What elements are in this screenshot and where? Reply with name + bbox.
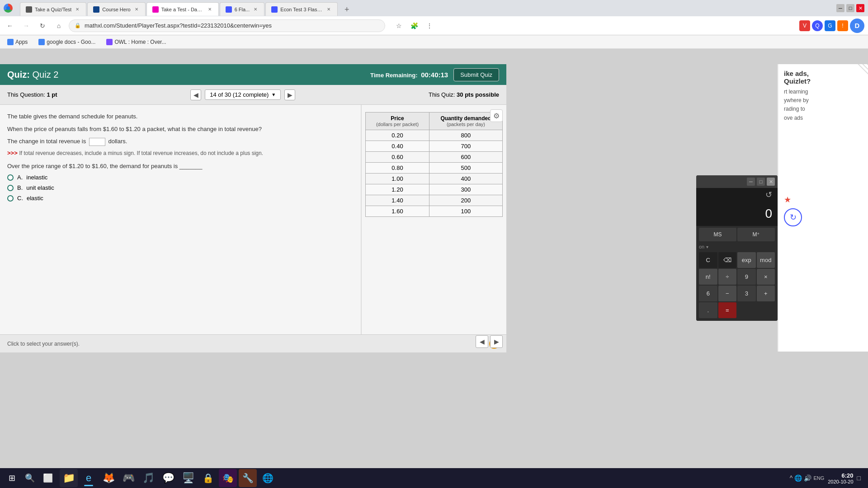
calc-display: 0	[696, 202, 778, 226]
taskbar-game[interactable]: 🎮	[119, 469, 137, 487]
taskbar-edge[interactable]: e	[80, 469, 98, 487]
user-avatar[interactable]: D	[850, 19, 864, 33]
taskbar-explorer[interactable]: 📁	[60, 469, 78, 487]
next-question-button[interactable]: ▶	[284, 89, 295, 100]
time-remaining-label: Time Remaining: 00:40:13	[370, 71, 448, 79]
calc-backspace[interactable]: ⌫	[718, 252, 737, 268]
calc-c[interactable]: C	[699, 252, 717, 268]
calc-equals[interactable]: =	[718, 302, 737, 318]
table-row: 1.00400	[366, 174, 503, 184]
bookmark-owl[interactable]: OWL : Home : Over...	[103, 38, 170, 46]
battery-icon[interactable]: ENG	[813, 475, 824, 481]
option-c[interactable]: C. elastic	[7, 195, 354, 202]
taskbar-lock[interactable]: 🔒	[199, 469, 217, 487]
new-tab-button[interactable]: +	[340, 3, 353, 16]
tab-4-close[interactable]: ✕	[252, 6, 259, 13]
taskbar-firefox[interactable]: 🦊	[99, 469, 118, 487]
tab-1[interactable]: Take a Quiz/Test ✕	[20, 2, 86, 16]
calc-close[interactable]: ✕	[767, 178, 775, 186]
taskbar-monitor[interactable]: 🖥️	[179, 469, 197, 487]
calc-6[interactable]: 6	[699, 286, 717, 301]
search-button[interactable]: 🔍	[22, 470, 38, 486]
question-text-4: Over the price range of $1.20 to $1.60, …	[7, 162, 354, 171]
tab-2-close[interactable]: ✕	[133, 6, 140, 13]
taskbar-orange-app[interactable]: 🔧	[239, 469, 257, 487]
quiz-header: Quiz: Quiz 2 Time Remaining: 00:40:13 Su…	[0, 64, 506, 85]
taskbar-browser-app[interactable]: 🌐	[259, 469, 277, 487]
taskbar-music[interactable]: 🎵	[139, 469, 157, 487]
url-bar[interactable]: 🔒 mathxl.com/Student/PlayerTest.aspx?tes…	[69, 19, 385, 32]
calc-3[interactable]: 3	[737, 286, 756, 301]
calc-minimize[interactable]: ─	[747, 178, 755, 186]
radio-a[interactable]	[7, 174, 14, 181]
volume-icon[interactable]: 🔊	[804, 474, 811, 482]
prev-question-button[interactable]: ◀	[190, 89, 201, 100]
calc-plus[interactable]: +	[757, 286, 775, 301]
radio-c[interactable]	[7, 195, 14, 202]
bookmark-star[interactable]: ☆	[392, 19, 405, 32]
menu-btn[interactable]: ⋮	[423, 19, 436, 32]
calc-exp[interactable]: exp	[737, 252, 756, 268]
quizlet-circular-btn[interactable]: ↻	[784, 208, 802, 226]
bookmark-apps[interactable]: Apps	[4, 38, 31, 46]
forward-button[interactable]: →	[20, 19, 33, 32]
tab-5-close[interactable]: ✕	[326, 6, 332, 13]
side-panel: ike ads, Quizlet? rt learning ywhere by …	[778, 64, 868, 352]
calc-factorial[interactable]: n!	[699, 269, 717, 285]
footer-text: Click to select your answer(s).	[7, 341, 80, 347]
tray-arrow[interactable]: ^	[790, 474, 793, 482]
answer-input[interactable]	[89, 138, 105, 146]
extension-icon-1[interactable]: V	[799, 20, 810, 31]
extension-icon-4[interactable]: !	[837, 20, 848, 31]
back-button[interactable]: ←	[4, 19, 16, 32]
owl-favicon	[106, 39, 113, 45]
minimize-button[interactable]: ─	[836, 4, 844, 12]
calc-ms[interactable]: MS	[699, 228, 736, 241]
calc-history-icon[interactable]: ↺	[765, 190, 772, 200]
tab-2[interactable]: Course Hero ✕	[87, 2, 145, 16]
footer-prev-btn[interactable]: ◀	[476, 335, 488, 348]
start-button[interactable]: ⊞	[4, 470, 20, 486]
tab-3-active[interactable]: Take a Test - Daniel Svirsky - Google Ch…	[146, 2, 219, 16]
qty-cell: 400	[429, 174, 502, 184]
calc-mr[interactable]: M⁺	[737, 228, 775, 241]
tab-1-close[interactable]: ✕	[74, 6, 80, 13]
calc-resize[interactable]: □	[757, 178, 765, 186]
home-button[interactable]: ⌂	[52, 19, 65, 32]
title-bar: Take a Quiz/Test ✕ Course Hero ✕ Take a …	[0, 0, 868, 16]
datetime[interactable]: 6:20 2020-10-20	[828, 472, 853, 484]
notification-btn[interactable]: □	[857, 474, 861, 482]
option-b[interactable]: B. unit elastic	[7, 184, 354, 191]
footer-next-btn[interactable]: ▶	[490, 335, 503, 348]
calc-divide[interactable]: ÷	[718, 269, 737, 285]
maximize-button[interactable]: □	[846, 4, 854, 12]
extension-icon-3[interactable]: G	[825, 20, 835, 31]
this-question-info: This Question: 1 pt	[7, 91, 57, 98]
extension-icon-2[interactable]: Q	[812, 20, 823, 31]
tab-5[interactable]: Econ Test 3 Flash... ✕	[265, 2, 338, 16]
tab-4[interactable]: 6 Fla... ✕	[220, 2, 265, 16]
refresh-button[interactable]: ↻	[36, 19, 49, 32]
bookmark-google-docs[interactable]: google docs - Goo...	[35, 38, 99, 46]
extensions-btn[interactable]: 🧩	[408, 19, 420, 32]
calc-minus[interactable]: −	[718, 286, 737, 301]
price-cell: 0.40	[366, 141, 429, 152]
task-view-button[interactable]: ⬜	[40, 470, 56, 486]
option-a[interactable]: A. inelastic	[7, 174, 354, 181]
network-icon[interactable]: 🌐	[794, 474, 802, 482]
lock-icon: 🔒	[75, 23, 81, 28]
date-display: 2020-10-20	[828, 479, 853, 484]
submit-quiz-button[interactable]: Submit Quiz	[453, 68, 499, 81]
taskbar-chat[interactable]: 💬	[159, 469, 177, 487]
question-indicator[interactable]: 14 of 30 (12 complete) ▼	[205, 89, 281, 100]
calc-multiply[interactable]: ×	[757, 269, 775, 285]
question-left-panel: The table gives the demand schedule for …	[0, 105, 362, 351]
close-button[interactable]: ✕	[856, 4, 864, 12]
calc-decimal[interactable]: .	[699, 302, 717, 318]
calc-mod[interactable]: mod	[757, 252, 775, 268]
settings-gear[interactable]: ⚙	[490, 109, 503, 122]
radio-b[interactable]	[7, 185, 14, 191]
calc-9[interactable]: 9	[737, 269, 756, 285]
tab-3-close[interactable]: ✕	[207, 6, 213, 13]
taskbar-purple-app[interactable]: 🎭	[219, 469, 237, 487]
